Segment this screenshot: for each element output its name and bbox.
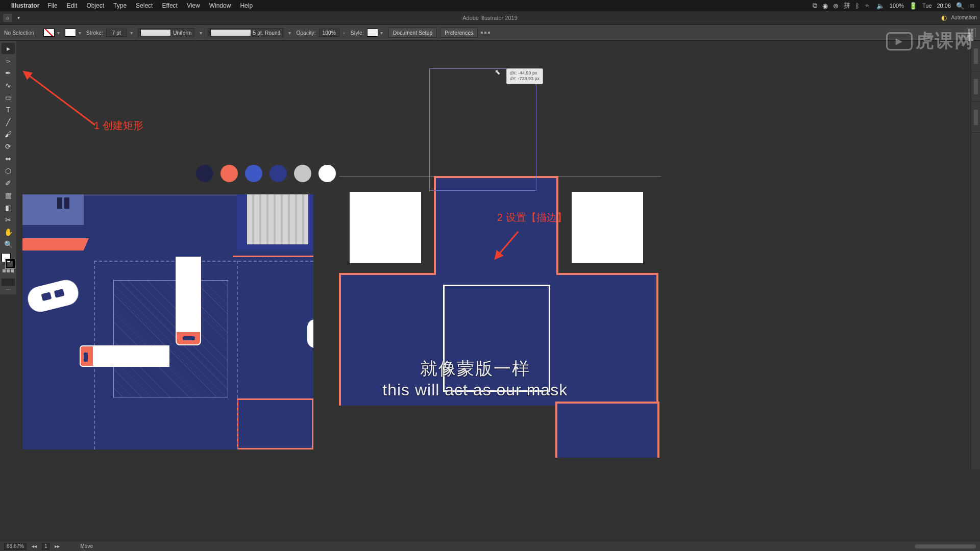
screen-mode-icon[interactable] <box>2 279 15 286</box>
battery-icon[interactable]: 🔋 <box>909 2 917 10</box>
annotation-arrow-1 <box>23 71 105 133</box>
stroke-swatch[interactable] <box>65 29 76 37</box>
brush-definition[interactable]: 5 pt. Round <box>208 28 283 37</box>
home-button[interactable]: ⌂ <box>3 14 12 22</box>
graphic-style[interactable] <box>367 29 378 37</box>
scissors-tool[interactable]: ✂ <box>2 214 15 226</box>
app-name[interactable]: Illustrator <box>11 2 39 9</box>
volume-icon[interactable]: 🔈 <box>876 2 885 10</box>
menu-object[interactable]: Object <box>86 2 104 9</box>
fill-dropdown[interactable]: ▾ <box>56 30 61 36</box>
cursor-icon: ⬉ <box>495 68 501 76</box>
style-dd[interactable]: ▾ <box>379 30 384 36</box>
tools-panel: ▸ ▹ ✒ ∿ ▭ T ╱ 🖌 ⟳ ⇔ ⬡ ✐ ▤ ◧ ✂ ✋ 🔍 ⋯ <box>0 41 16 294</box>
menu-select[interactable]: Select <box>136 2 153 9</box>
canvas[interactable]: 1 创建矩形 <box>16 41 971 541</box>
clock-day: Tue <box>922 3 932 9</box>
palette-swatch[interactable] <box>196 165 213 182</box>
bluetooth-icon[interactable]: ᛒ <box>855 2 860 10</box>
search-help-icon[interactable]: ◐ <box>941 14 947 21</box>
artboard-nav-prev[interactable]: ◂◂ <box>32 543 37 549</box>
arrange-docs-dropdown[interactable]: ▾ <box>15 14 22 21</box>
menu-edit[interactable]: Edit <box>67 2 78 9</box>
menu-extra-icon[interactable]: ≣ <box>969 2 975 10</box>
zoom-tool[interactable]: 🔍 <box>2 239 15 250</box>
status-icon[interactable]: ◉ <box>822 2 828 10</box>
status-bar: 66.67% ◂◂ 1 ▸▸ Move <box>0 541 980 551</box>
opacity-dd[interactable]: › <box>341 30 347 36</box>
line-tool[interactable]: ╱ <box>2 116 15 128</box>
input-method-icon[interactable]: 拼 <box>844 1 850 10</box>
car-shape <box>25 278 81 315</box>
wall-block <box>350 192 421 263</box>
curvature-tool[interactable]: ∿ <box>2 80 15 91</box>
opacity-value[interactable]: 100% <box>319 29 339 37</box>
smart-guide-dy: dY: -738.93 px <box>510 76 540 82</box>
stroke-weight-dd[interactable]: ▾ <box>129 30 134 36</box>
color-mode-icons[interactable] <box>2 269 15 277</box>
fill-swatch[interactable] <box>43 29 55 37</box>
brush-dd[interactable]: ▾ <box>287 30 292 36</box>
palette-swatch[interactable] <box>220 165 238 182</box>
workspace-label[interactable]: Automation <box>951 15 977 20</box>
truck-cab <box>176 331 201 345</box>
subtitle-overlay: 就像蒙版一样 this will act as our mask <box>382 357 568 399</box>
color-palette <box>196 165 336 182</box>
truck-body <box>176 257 201 333</box>
profile-dd[interactable]: ▾ <box>199 30 204 36</box>
menubar-status: ⧉ ◉ ⊚ 拼 ᛒ ᯤ 🔈 100% 🔋 Tue 20:06 🔍 ≣ <box>813 1 975 10</box>
align-pin-icon[interactable] <box>481 32 490 34</box>
fill-stroke-indicator[interactable] <box>2 253 15 268</box>
edit-toolbar-icon[interactable]: ⋯ <box>6 287 11 292</box>
eraser-tool[interactable]: ◧ <box>2 202 15 213</box>
opacity-label: Opacity: <box>297 30 316 36</box>
direct-selection-tool[interactable]: ▹ <box>2 55 15 66</box>
style-label: Style: <box>351 30 364 36</box>
watermark-text: 虎课网 <box>916 29 974 54</box>
menu-file[interactable]: File <box>47 2 57 9</box>
menu-type[interactable]: Type <box>113 2 127 9</box>
eyedropper-tool[interactable]: ✐ <box>2 178 15 189</box>
status-icon[interactable]: ⧉ <box>813 2 817 10</box>
pen-tool[interactable]: ✒ <box>2 67 15 79</box>
palette-swatch[interactable] <box>270 165 287 182</box>
scrollbar-stub[interactable] <box>915 544 976 548</box>
menu-help[interactable]: Help <box>240 2 253 9</box>
wifi-icon[interactable]: ᯤ <box>865 2 871 10</box>
spotlight-icon[interactable]: 🔍 <box>956 2 964 10</box>
menu-window[interactable]: Window <box>209 2 231 9</box>
rectangle-tool[interactable]: ▭ <box>2 92 15 103</box>
preferences-button[interactable]: Preferences <box>440 28 478 38</box>
building-block <box>555 402 659 458</box>
svg-line-1 <box>498 232 518 255</box>
selection-tool[interactable]: ▸ <box>2 43 15 54</box>
zoom-level[interactable]: 66.67% <box>4 543 27 550</box>
smart-guide-dx: dX: -44.59 px <box>510 70 540 76</box>
border-mask <box>436 273 556 276</box>
shape-builder-tool[interactable]: ⬡ <box>2 165 15 177</box>
width-tool[interactable]: ⇔ <box>2 153 15 164</box>
wall-block <box>572 192 643 263</box>
artboard-number[interactable]: 1 <box>42 543 50 550</box>
gradient-tool[interactable]: ▤ <box>2 190 15 201</box>
document-setup-button[interactable]: Document Setup <box>388 28 437 38</box>
palette-swatch[interactable] <box>294 165 311 182</box>
stroke-weight[interactable]: 7 pt <box>106 29 127 37</box>
type-tool[interactable]: T <box>2 104 15 115</box>
stroke-profile[interactable]: Uniform <box>138 28 194 37</box>
clock-time: 20:06 <box>937 3 951 9</box>
palette-swatch[interactable] <box>318 165 336 182</box>
svg-line-0 <box>28 74 95 125</box>
status-icon[interactable]: ⊚ <box>833 2 839 10</box>
hand-tool[interactable]: ✋ <box>2 227 15 238</box>
stroke-dropdown[interactable]: ▾ <box>77 30 82 36</box>
artboard-nav-next[interactable]: ▸▸ <box>55 543 60 549</box>
menu-view[interactable]: View <box>187 2 200 9</box>
menu-effect[interactable]: Effect <box>162 2 177 9</box>
collapsed-panels[interactable] <box>971 41 980 469</box>
rotate-tool[interactable]: ⟳ <box>2 141 15 152</box>
smart-guide-tooltip: dX: -44.59 px dY: -738.93 px <box>507 69 543 84</box>
palette-swatch[interactable] <box>245 165 262 182</box>
paintbrush-tool[interactable]: 🖌 <box>2 129 15 140</box>
subtitle-zh: 就像蒙版一样 <box>382 357 568 381</box>
